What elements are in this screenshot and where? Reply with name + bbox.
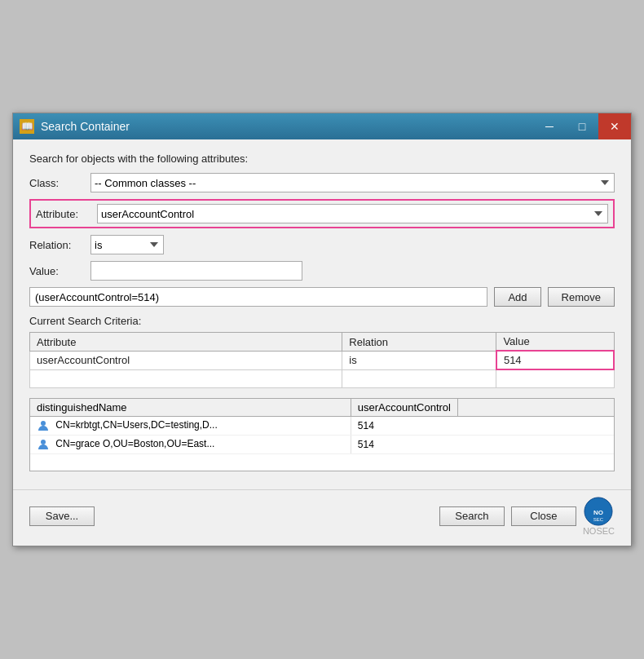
criteria-table: Attribute Relation Value userAccountCont… (29, 332, 615, 388)
col-relation-header: Relation (342, 333, 496, 352)
svg-text:NO: NO (593, 509, 603, 516)
title-bar: 📖 Search Container ─ □ ✕ (13, 113, 631, 139)
title-bar-left: 📖 Search Container (20, 119, 130, 134)
class-row: Class: -- Common classes -- (29, 173, 615, 192)
app-icon: 📖 (20, 119, 34, 134)
svg-point-0 (41, 421, 46, 426)
results-dn-header: distinguishedName (30, 399, 351, 416)
value-row: Value: (29, 261, 615, 281)
search-button[interactable]: Search (439, 506, 505, 526)
criteria-attribute-cell: userAccountControl (30, 351, 342, 369)
criteria-relation-cell: is (342, 351, 496, 369)
section-label: Search for objects with the following at… (29, 153, 615, 165)
col-attribute-header: Attribute (30, 333, 342, 352)
results-header: distinguishedName userAccountControl (30, 399, 614, 417)
empty-row (30, 369, 615, 387)
criteria-expression-row: Add Remove (29, 287, 615, 307)
user-icon-0 (37, 419, 50, 432)
relation-select[interactable]: is (90, 235, 164, 254)
form-content: Search for objects with the following at… (13, 139, 631, 489)
criteria-expression-input[interactable] (29, 287, 487, 307)
attribute-label: Attribute: (36, 208, 97, 220)
result-row-1[interactable]: CN=grace O,OU=Boston,OU=East... 514 (30, 436, 614, 454)
current-criteria-label: Current Search Criteria: (29, 315, 615, 327)
watermark-area: NO SEC NOSEC (583, 497, 615, 536)
result-uac-1: 514 (351, 436, 381, 453)
value-label: Value: (29, 265, 90, 277)
svg-point-1 (41, 440, 46, 444)
save-button[interactable]: Save... (29, 506, 95, 526)
result-dn-1: CN=grace O,OU=Boston,OU=East... (30, 436, 351, 453)
user-icon-1 (37, 438, 50, 451)
bottom-right: Search Close NO SEC NOSEC (439, 497, 615, 536)
remove-button[interactable]: Remove (548, 287, 615, 307)
close-dialog-button[interactable]: Close (511, 506, 576, 526)
nosec-logo: NO SEC (584, 497, 613, 526)
bottom-bar: Save... Search Close NO SEC NOSEC (13, 489, 631, 546)
main-window: 📖 Search Container ─ □ ✕ Search for obje… (12, 113, 632, 546)
relation-label: Relation: (29, 239, 90, 251)
criteria-value-cell: 514 (496, 351, 614, 369)
value-input[interactable] (90, 261, 302, 281)
close-button[interactable]: ✕ (598, 113, 631, 139)
results-uac-header: userAccountControl (351, 399, 458, 416)
title-bar-controls: ─ □ ✕ (533, 113, 631, 139)
window-title: Search Container (41, 120, 130, 133)
maximize-button[interactable]: □ (566, 113, 598, 139)
class-label: Class: (29, 177, 90, 189)
result-uac-0: 514 (351, 418, 381, 434)
results-section: distinguishedName userAccountControl CN=… (29, 398, 615, 471)
attribute-row: Attribute: userAccountControl (29, 199, 615, 228)
result-row-0[interactable]: CN=krbtgt,CN=Users,DC=testing,D... 514 (30, 417, 614, 436)
watermark-text: NOSEC (583, 526, 615, 536)
attribute-select[interactable]: userAccountControl (97, 204, 608, 223)
table-row: userAccountControl is 514 (30, 351, 615, 369)
svg-text:SEC: SEC (593, 517, 604, 522)
col-value-header: Value (496, 333, 614, 352)
result-dn-0: CN=krbtgt,CN=Users,DC=testing,D... (30, 417, 351, 435)
add-button[interactable]: Add (494, 287, 540, 307)
class-select[interactable]: -- Common classes -- (90, 173, 615, 192)
minimize-button[interactable]: ─ (533, 113, 566, 139)
relation-row: Relation: is (29, 235, 615, 254)
